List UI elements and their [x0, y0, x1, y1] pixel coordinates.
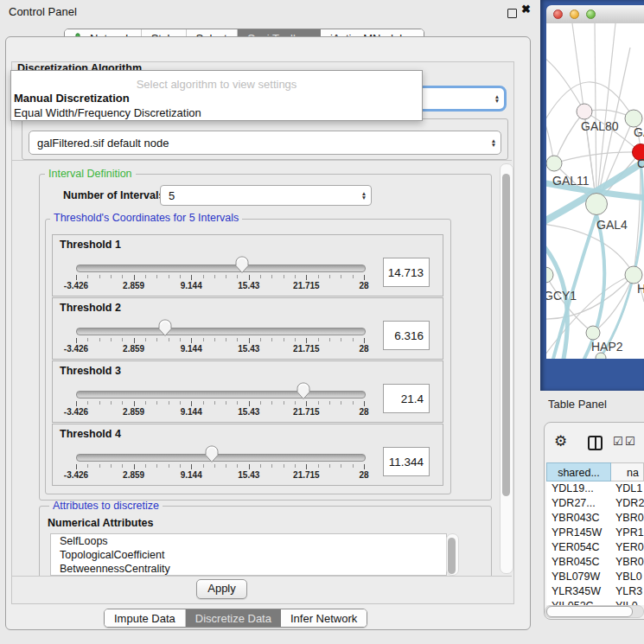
network-view-canvas[interactable]: GAL80GACGAL11GAL4GCY1HHAP2 — [546, 23, 644, 359]
table-column-header[interactable]: shared... — [546, 462, 611, 481]
tab-infer-network[interactable]: Infer Network — [281, 609, 367, 627]
close-icon[interactable]: ✖ — [521, 3, 531, 16]
tick-mark — [295, 464, 296, 468]
threshold-slider-handle[interactable] — [235, 256, 249, 274]
gear-icon[interactable]: ⚙ — [554, 432, 567, 450]
apply-button[interactable]: Apply — [196, 579, 247, 599]
panel-scrollbar[interactable] — [500, 163, 513, 574]
tick-mark — [203, 275, 204, 278]
checkbox-icon-2[interactable]: ☑ — [625, 435, 635, 448]
table-cell: YBL079W — [546, 570, 611, 584]
network-edge[interactable] — [554, 112, 584, 163]
tick-mark — [249, 401, 250, 406]
threshold-value-field[interactable]: 21.4 — [383, 384, 430, 413]
tick-mark — [145, 275, 146, 278]
table-row[interactable]: YBR045CYBR0 — [546, 555, 644, 570]
threshold-value-field[interactable]: 11.344 — [383, 447, 430, 476]
network-node-GAL4-node[interactable] — [586, 194, 608, 215]
number-of-intervals-spinner[interactable]: 5 ▲▼ — [160, 185, 372, 206]
network-graph: GAL80GACGAL11GAL4GCY1HHAP2 — [546, 23, 644, 359]
slider-handle-icon — [296, 382, 310, 400]
table-cell: YDR2 — [611, 496, 644, 511]
table-cell: YLR345W — [546, 584, 611, 599]
table-hscrollbar-thumb[interactable] — [546, 606, 633, 617]
tick-label: 28 — [359, 470, 368, 480]
tick-label: 21.715 — [293, 470, 320, 480]
table-row[interactable]: YBR043CYBR0 — [546, 511, 644, 526]
network-node-HAP2-node[interactable] — [586, 326, 600, 340]
minimize-traffic-light-icon[interactable] — [570, 10, 579, 19]
combo-arrows-icon: ▲▼ — [487, 138, 501, 147]
tick-label: 21.715 — [293, 344, 320, 354]
table-row[interactable]: YBL079WYBL0 — [546, 570, 644, 584]
network-window-titlebar[interactable] — [546, 5, 644, 24]
spinner-arrows-icon: ▲▼ — [357, 191, 371, 200]
tick-mark — [122, 275, 123, 278]
tick-label: 2.859 — [123, 470, 144, 480]
numerical-attributes-list[interactable]: SelfLoopsTopologicalCoefficientBetweenne… — [50, 533, 447, 576]
zoom-traffic-light-icon[interactable] — [586, 10, 596, 19]
tick-mark — [214, 275, 215, 278]
threshold-slider-track[interactable] — [76, 454, 366, 462]
table-row[interactable]: YDL19...YDL1 — [546, 481, 644, 496]
network-edge[interactable] — [595, 23, 596, 204]
threshold-slider-handle[interactable] — [205, 445, 219, 463]
tab-impute-data[interactable]: Impute Data — [105, 609, 186, 627]
tick-label: 2.859 — [123, 344, 144, 354]
table-column-header[interactable]: na — [611, 462, 644, 481]
table-row[interactable]: YPR145WYPR1 — [546, 526, 644, 540]
attribute-list-item[interactable]: TopologicalCoefficient — [51, 548, 446, 562]
attributes-list-scrollbar[interactable] — [446, 533, 459, 576]
network-node-label: H — [637, 282, 644, 296]
table-row[interactable]: YIL052CYIL0 — [546, 599, 644, 605]
tick-mark — [180, 275, 181, 278]
tick-mark — [203, 464, 204, 468]
attributes-scrollbar-thumb[interactable] — [448, 538, 456, 574]
tick-mark — [295, 401, 296, 405]
tick-label: 9.144 — [181, 344, 202, 354]
network-node-GAL11-node[interactable] — [546, 156, 562, 171]
network-edge[interactable] — [554, 152, 641, 163]
threshold-slider-track[interactable] — [76, 328, 366, 335]
tick-mark — [76, 338, 77, 343]
network-edge[interactable] — [596, 23, 615, 204]
network-node-label: C — [637, 156, 644, 170]
table-data-combobox[interactable]: galFiltered.sif default node ▲▼ — [29, 131, 501, 155]
tick-mark — [134, 464, 135, 469]
restore-icon[interactable] — [507, 9, 517, 18]
table-row[interactable]: YLR345WYLR3 — [546, 584, 644, 599]
network-node-GCY1-node[interactable] — [546, 267, 553, 283]
threshold-slider-track[interactable] — [76, 265, 366, 272]
table-cell: YDR27... — [546, 496, 611, 511]
close-traffic-light-icon[interactable] — [553, 10, 563, 19]
tick-mark — [364, 275, 365, 280]
dropdown-option[interactable]: Manual Discretization — [14, 92, 130, 105]
network-node-top-right-node[interactable] — [625, 110, 642, 127]
dropdown-option[interactable]: Equal Width/Frequency Discretization — [14, 106, 201, 119]
tick-mark — [284, 464, 284, 468]
algorithm-dropdown-popup: Select algorithm to view settings Manual… — [10, 70, 423, 121]
tick-mark — [237, 338, 238, 341]
table-row[interactable]: YDR27...YDR2 — [546, 496, 644, 511]
panel-scrollbar-thumb[interactable] — [502, 174, 510, 496]
attribute-list-item[interactable]: SelfLoops — [51, 534, 446, 548]
threshold-value-field[interactable]: 6.316 — [383, 321, 430, 350]
network-node-H-node[interactable] — [625, 266, 642, 284]
tick-mark — [329, 338, 330, 341]
bottom-tab-bar: Impute DataDiscretize DataInfer Network — [104, 609, 367, 628]
tick-mark — [318, 464, 319, 468]
threshold-slider-handle[interactable] — [296, 382, 310, 400]
threshold-slider-handle[interactable] — [158, 319, 172, 337]
network-node-GAL80-node[interactable] — [577, 104, 592, 119]
tick-mark — [249, 275, 250, 280]
network-edge-highlighted[interactable] — [634, 160, 643, 275]
table-row[interactable]: YER054CYER0 — [546, 540, 644, 555]
tab-discretize-data[interactable]: Discretize Data — [186, 609, 281, 627]
checkbox-icon-1[interactable]: ☑ — [613, 435, 623, 448]
network-node-bottom-partial-node[interactable] — [596, 353, 606, 359]
attribute-list-item[interactable]: BetweennessCentrality — [51, 562, 446, 576]
threshold-slider-track[interactable] — [76, 391, 366, 399]
columns-icon[interactable] — [588, 436, 603, 450]
tick-mark — [318, 338, 319, 341]
threshold-value-field[interactable]: 14.713 — [383, 258, 430, 287]
